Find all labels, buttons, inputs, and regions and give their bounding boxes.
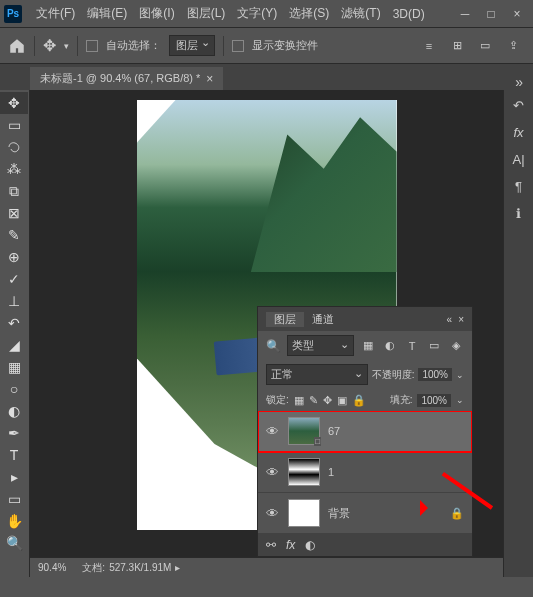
lock-position-icon[interactable]: ✥ bbox=[323, 394, 332, 407]
history-brush-tool[interactable]: ↶ bbox=[0, 312, 28, 334]
filter-text-icon[interactable]: T bbox=[404, 339, 420, 353]
layer-name[interactable]: 背景 bbox=[328, 506, 350, 521]
show-transform-checkbox[interactable] bbox=[232, 40, 244, 52]
filesize-value: 527.3K/1.91M bbox=[109, 562, 171, 573]
layer-name[interactable]: 67 bbox=[328, 425, 340, 437]
document-tab-title: 未标题-1 @ 90.4% (67, RGB/8) * bbox=[40, 71, 200, 86]
filter-adjustment-icon[interactable]: ◐ bbox=[382, 339, 398, 353]
styles-panel-icon[interactable]: fx bbox=[513, 125, 523, 140]
fill-value[interactable]: 100% bbox=[417, 394, 451, 407]
visibility-eye-icon[interactable]: 👁 bbox=[266, 506, 280, 521]
frame-tool[interactable]: ⊠ bbox=[0, 202, 28, 224]
tab-overflow-menu[interactable]: » bbox=[505, 74, 533, 90]
document-tab-bar: 未标题-1 @ 90.4% (67, RGB/8) * × » bbox=[0, 64, 533, 90]
text-tool[interactable]: T bbox=[0, 444, 28, 466]
layer-filter-type-dropdown[interactable]: 类型 bbox=[287, 335, 354, 356]
marquee-tool[interactable]: ▭ bbox=[0, 114, 28, 136]
show-transform-label: 显示变换控件 bbox=[252, 38, 318, 53]
hand-tool[interactable]: ✋ bbox=[0, 510, 28, 532]
menu-image[interactable]: 图像(I) bbox=[133, 5, 180, 22]
lock-label: 锁定: bbox=[266, 393, 289, 407]
panel-collapse-icon[interactable]: « bbox=[447, 314, 453, 325]
layer-item[interactable]: 👁 1 bbox=[258, 452, 472, 493]
gradient-tool[interactable]: ▦ bbox=[0, 356, 28, 378]
options-bar: ✥ ▾ 自动选择： 图层 显示变换控件 ≡ ⊞ ▭ ⇪ bbox=[0, 28, 533, 64]
eyedropper-tool[interactable]: ✎ bbox=[0, 224, 28, 246]
share-icon[interactable]: ⇪ bbox=[501, 34, 525, 58]
character-panel-icon[interactable]: A| bbox=[512, 152, 524, 167]
fill-label: 填充: bbox=[390, 393, 413, 407]
filter-shape-icon[interactable]: ▭ bbox=[426, 339, 442, 353]
layer-name[interactable]: 1 bbox=[328, 466, 334, 478]
layer-thumbnail[interactable] bbox=[288, 499, 320, 527]
panel-close-icon[interactable]: × bbox=[458, 314, 464, 325]
magic-wand-tool[interactable]: ⁂ bbox=[0, 158, 28, 180]
visibility-eye-icon[interactable]: 👁 bbox=[266, 465, 280, 480]
zoom-tool[interactable]: 🔍 bbox=[0, 532, 28, 554]
search-icon[interactable]: 🔍 bbox=[266, 339, 281, 353]
opacity-chevron-icon[interactable]: ⌄ bbox=[456, 370, 464, 380]
menu-edit[interactable]: 编辑(E) bbox=[81, 5, 133, 22]
distribute-icon[interactable]: ⊞ bbox=[445, 34, 469, 58]
ps-logo: Ps bbox=[4, 5, 22, 23]
lock-image-icon[interactable]: ✎ bbox=[309, 394, 318, 407]
move-tool[interactable]: ✥ bbox=[0, 92, 28, 114]
link-layers-icon[interactable]: ⚯ bbox=[266, 538, 276, 552]
lock-icon: 🔒 bbox=[450, 507, 464, 520]
menu-filter[interactable]: 滤镜(T) bbox=[335, 5, 386, 22]
lock-all-icon[interactable]: 🔒 bbox=[352, 394, 366, 407]
brush-tool[interactable]: ✓ bbox=[0, 268, 28, 290]
layer-item[interactable]: 👁 67 bbox=[258, 411, 472, 452]
opacity-value[interactable]: 100% bbox=[418, 368, 452, 381]
maximize-button[interactable]: □ bbox=[479, 4, 503, 24]
filter-pixel-icon[interactable]: ▦ bbox=[360, 339, 376, 353]
lock-transparency-icon[interactable]: ▦ bbox=[294, 394, 304, 407]
opacity-label: 不透明度: bbox=[372, 368, 415, 382]
menu-3d[interactable]: 3D(D) bbox=[387, 7, 431, 21]
crop-tool[interactable]: ⧉ bbox=[0, 180, 28, 202]
dodge-tool[interactable]: ◐ bbox=[0, 400, 28, 422]
layers-tab[interactable]: 图层 bbox=[266, 312, 304, 327]
blend-mode-dropdown[interactable]: 正常 bbox=[266, 364, 368, 385]
toolbox: ✥ ▭ ⁂ ⧉ ⊠ ✎ ⊕ ✓ ⊥ ↶ ◢ ▦ ○ ◐ ✒ T ▸ ▭ ✋ 🔍 bbox=[0, 90, 30, 577]
layer-thumbnail[interactable] bbox=[288, 417, 320, 445]
auto-select-checkbox[interactable] bbox=[86, 40, 98, 52]
layer-thumbnail[interactable] bbox=[288, 458, 320, 486]
visibility-eye-icon[interactable]: 👁 bbox=[266, 424, 280, 439]
menu-layer[interactable]: 图层(L) bbox=[181, 5, 232, 22]
menu-select[interactable]: 选择(S) bbox=[283, 5, 335, 22]
status-menu-icon[interactable]: ▸ bbox=[175, 562, 180, 573]
filter-smartobject-icon[interactable]: ◈ bbox=[448, 339, 464, 353]
channels-tab[interactable]: 通道 bbox=[304, 312, 342, 327]
document-tab[interactable]: 未标题-1 @ 90.4% (67, RGB/8) * × bbox=[30, 67, 223, 90]
layer-style-icon[interactable]: fx bbox=[286, 538, 295, 552]
zoom-level[interactable]: 90.4% bbox=[38, 562, 66, 573]
title-bar: Ps 文件(F) 编辑(E) 图像(I) 图层(L) 文字(Y) 选择(S) 滤… bbox=[0, 0, 533, 28]
path-selection-tool[interactable]: ▸ bbox=[0, 466, 28, 488]
menu-type[interactable]: 文字(Y) bbox=[231, 5, 283, 22]
eraser-tool[interactable]: ◢ bbox=[0, 334, 28, 356]
layer-list: 👁 67 👁 1 👁 背景 🔒 bbox=[258, 411, 472, 534]
align-icon[interactable]: ≡ bbox=[417, 34, 441, 58]
home-icon[interactable] bbox=[8, 37, 26, 55]
clone-stamp-tool[interactable]: ⊥ bbox=[0, 290, 28, 312]
3d-mode-icon[interactable]: ▭ bbox=[473, 34, 497, 58]
pen-tool[interactable]: ✒ bbox=[0, 422, 28, 444]
auto-select-target-dropdown[interactable]: 图层 bbox=[169, 35, 215, 56]
blur-tool[interactable]: ○ bbox=[0, 378, 28, 400]
minimize-button[interactable]: ─ bbox=[453, 4, 477, 24]
lasso-tool[interactable] bbox=[0, 136, 28, 158]
layer-mask-icon[interactable]: ◐ bbox=[305, 538, 315, 552]
paragraph-panel-icon[interactable]: ¶ bbox=[515, 179, 522, 194]
shape-tool[interactable]: ▭ bbox=[0, 488, 28, 510]
lock-artboard-icon[interactable]: ▣ bbox=[337, 394, 347, 407]
info-panel-icon[interactable]: ℹ bbox=[516, 206, 521, 221]
tab-close-icon[interactable]: × bbox=[206, 72, 213, 86]
close-button[interactable]: × bbox=[505, 4, 529, 24]
layer-item[interactable]: 👁 背景 🔒 bbox=[258, 493, 472, 534]
fill-chevron-icon[interactable]: ⌄ bbox=[456, 395, 464, 405]
menu-file[interactable]: 文件(F) bbox=[30, 5, 81, 22]
healing-brush-tool[interactable]: ⊕ bbox=[0, 246, 28, 268]
filesize-label: 文档: bbox=[82, 561, 105, 575]
history-panel-icon[interactable]: ↶ bbox=[513, 98, 524, 113]
